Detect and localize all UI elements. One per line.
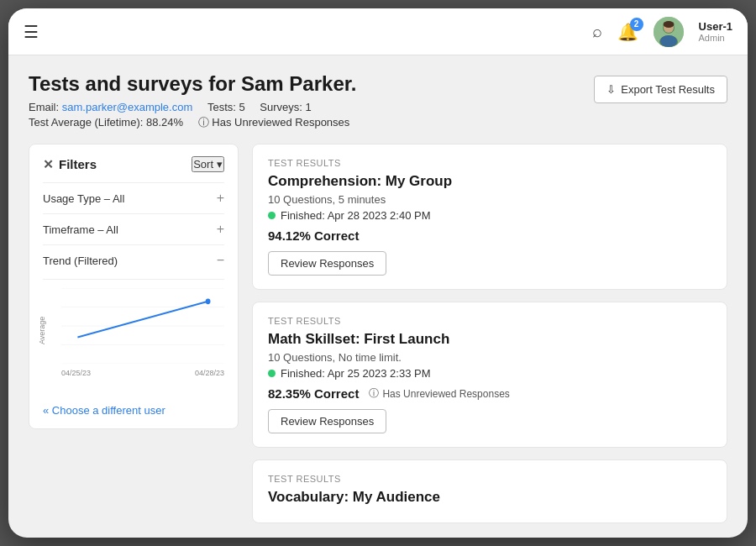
user-meta-line2: Test Average (Lifetime): 88.24% ⓘ Has Un…	[29, 115, 356, 130]
filter-panel: ✕ Filters Sort ▾ Usage Type – All + Ti	[29, 144, 239, 429]
menu-icon[interactable]: ☰	[24, 23, 39, 41]
user-role: Admin	[699, 33, 732, 43]
page-area: Tests and surveys for Sam Parker. Email:…	[8, 55, 748, 538]
finished-text-2: Finished: Apr 25 2023 2:33 PM	[281, 367, 431, 380]
search-icon[interactable]: ⌕	[592, 22, 602, 41]
result-subtitle-2: 10 Questions, No time limit.	[268, 351, 711, 364]
x-label-end: 04/28/23	[195, 369, 224, 377]
finished-dot-1	[268, 212, 276, 219]
page-title: Tests and surveys for Sam Parker.	[29, 72, 356, 96]
chart-container: Average 95 90 85	[43, 288, 224, 392]
result-tag-2: Test Results	[268, 316, 711, 326]
review-button-2[interactable]: Review Responses	[268, 409, 386, 433]
page-header: Tests and surveys for Sam Parker. Email:…	[29, 72, 727, 132]
export-button[interactable]: ⇩ Export Test Results	[594, 76, 727, 103]
result-subtitle-1: 10 Questions, 5 minutes	[268, 193, 711, 206]
user-meta-line1: Email: sam.parker@example.com Tests: 5 S…	[29, 101, 356, 113]
filter-usage-label: Usage Type – All	[43, 192, 124, 205]
filter-usage-expand[interactable]: +	[217, 191, 224, 206]
filter-usage-type[interactable]: Usage Type – All +	[43, 182, 224, 213]
result-status-2: Finished: Apr 25 2023 2:33 PM	[268, 367, 711, 380]
user-info[interactable]: User-1 Admin	[699, 20, 732, 43]
topbar: ☰ ⌕ 🔔 2 User-1	[8, 8, 748, 55]
filter-trend-label: Trend (Filtered)	[43, 255, 118, 267]
finished-text-1: Finished: Apr 28 2023 2:40 PM	[281, 209, 431, 222]
svg-point-15	[206, 298, 211, 304]
page-header-left: Tests and surveys for Sam Parker. Email:…	[29, 72, 356, 132]
filter-timeframe-expand[interactable]: +	[217, 222, 224, 237]
export-label: Export Test Results	[621, 83, 715, 96]
avg-label: Test Average (Lifetime):	[29, 116, 143, 129]
email-label: Email:	[29, 101, 59, 113]
sort-button[interactable]: Sort ▾	[192, 156, 224, 172]
export-btn-wrap: ⇩ Export Test Results	[594, 72, 727, 103]
avg-value: 88.24%	[146, 116, 183, 129]
result-title-1: Comprehension: My Group	[268, 173, 711, 190]
chart-x-labels: 04/25/23 04/28/23	[61, 369, 224, 377]
x-label-start: 04/25/23	[61, 369, 91, 377]
filter-timeframe-label: Timeframe – All	[43, 223, 118, 236]
result-title-3: Vocabulary: My Audience	[268, 489, 711, 506]
content-row: ✕ Filters Sort ▾ Usage Type – All + Ti	[29, 144, 727, 523]
trend-chart-section: Average 95 90 85	[43, 279, 224, 392]
filter-timeframe[interactable]: Timeframe – All +	[43, 213, 224, 244]
result-score-1: 94.12% Correct	[268, 228, 711, 243]
filter-trend-collapse[interactable]: −	[217, 253, 224, 268]
unreviewed-meta: ⓘ Has Unreviewed Responses	[198, 116, 350, 129]
svg-point-5	[663, 21, 674, 28]
surveys-count-label: Surveys: 1	[260, 101, 311, 113]
y-axis-label: Average	[38, 317, 46, 344]
user-name: User-1	[699, 20, 732, 33]
trend-chart: 95 90 85 80	[61, 288, 224, 364]
user-email[interactable]: sam.parker@example.com	[62, 101, 193, 113]
result-title-2: Math Skillset: First Launch	[268, 331, 711, 348]
finished-dot-2	[268, 370, 276, 377]
filter-header: ✕ Filters Sort ▾	[43, 156, 224, 172]
results-panel: Test Results Comprehension: My Group 10 …	[252, 144, 727, 523]
filter-title: ✕ Filters	[43, 157, 97, 172]
chevron-down-icon: ▾	[217, 158, 223, 171]
result-card-1: Test Results Comprehension: My Group 10 …	[252, 144, 727, 290]
unreviewed-badge-2: ⓘ Has Unreviewed Responses	[369, 386, 509, 401]
unreviewed-text-2: Has Unreviewed Responses	[382, 388, 509, 400]
result-card-2: Test Results Math Skillset: First Launch…	[252, 302, 727, 448]
tests-count-label: Tests: 5	[207, 101, 248, 113]
filter-trend[interactable]: Trend (Filtered) −	[43, 244, 224, 276]
close-filters-icon[interactable]: ✕	[43, 157, 54, 172]
result-score-2: 82.35% Correct	[268, 386, 359, 401]
result-score-row-2: 82.35% Correct ⓘ Has Unreviewed Response…	[268, 386, 711, 401]
choose-user-link[interactable]: « Choose a different user	[43, 404, 224, 417]
result-status-1: Finished: Apr 28 2023 2:40 PM	[268, 209, 711, 222]
notifications-bell[interactable]: 🔔 2	[617, 22, 638, 42]
svg-point-4	[660, 35, 677, 47]
main-content: Tests and surveys for Sam Parker. Email:…	[8, 55, 748, 538]
info-icon-2: ⓘ	[369, 386, 379, 401]
download-icon: ⇩	[606, 83, 616, 96]
avatar[interactable]	[654, 17, 684, 47]
result-tag-3: Test Results	[268, 474, 711, 484]
result-card-3: Test Results Vocabulary: My Audience	[252, 459, 727, 523]
review-button-1[interactable]: Review Responses	[268, 251, 386, 276]
result-tag-1: Test Results	[268, 158, 711, 168]
notification-count: 2	[630, 18, 643, 31]
